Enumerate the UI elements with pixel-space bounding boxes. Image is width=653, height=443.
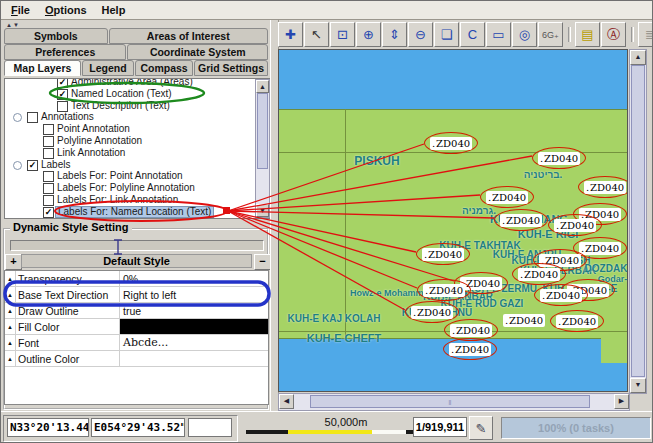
map-vertical-scrollbar[interactable]: ▲ ▼ [629,49,647,394]
layer-checkbox[interactable]: ✓ [57,78,68,88]
layer-checkbox[interactable]: ✓ [43,207,54,218]
tree-expander-icon[interactable] [13,161,22,170]
longitude-field[interactable]: E054°29'43.52" [91,418,185,437]
map-label-text: ZD040 [449,343,491,356]
style-property-row[interactable]: ▲Base Text DirectionRight to left [5,287,268,303]
scroll-up-icon[interactable]: ▲ [256,80,269,93]
style-property-row[interactable]: ▲FontAbcde... [5,335,268,351]
menu-help[interactable]: Help [96,3,135,18]
tab-grid-settings[interactable]: Grid Settings [194,60,268,76]
layer-tree-item[interactable]: Point Annotation [5,123,255,135]
layer-checkbox[interactable] [43,183,54,194]
tree-expander-icon[interactable] [13,113,22,122]
elevation-field[interactable] [188,418,232,437]
map-label: ZD040 [548,214,602,236]
zoom-in-button[interactable]: ⊕ [356,22,381,47]
search-attributes-button[interactable]: Ⓐ [601,22,626,47]
tab-row-3: Map LayersLegendCompassGrid Settings [4,60,269,76]
zoom-out-button[interactable]: ⊖ [408,22,433,47]
layer-tree-item[interactable]: ✓Administrative Area (Areas) [5,78,255,88]
layer-tree[interactable]: ✓Administrative Area (Areas)✓Named Locat… [4,78,271,219]
property-value[interactable]: Abcde... [120,335,268,350]
select-region-button[interactable]: ▭ [486,22,511,47]
map-label: ZD040 [405,301,459,323]
toolbar-separator [631,27,634,42]
map-viewport[interactable]: PISKUHבריטניה.גרמניה.KUH-E AHANGKUH-E RI… [278,49,628,392]
property-value[interactable]: true [120,303,268,318]
overview-window-button[interactable]: ❏ [434,22,459,47]
edit-scale-button[interactable]: ✎ [469,416,493,440]
tab-legend[interactable]: Legend [82,60,134,76]
map-label: ZD040 [512,263,566,285]
select-arrow-button[interactable]: ↖ [304,22,329,47]
tab-areas-of-interest[interactable]: Areas of Interest [109,28,268,44]
scroll-up-icon[interactable]: ▲ [630,50,646,65]
map-horizontal-scrollbar[interactable]: ◀ ‖ ▶ [278,393,630,411]
layer-tree-item[interactable]: Labels For: Polyline Annotation [5,182,255,194]
property-value[interactable]: Right to left [120,287,268,302]
layer-checkbox[interactable] [27,112,38,123]
layer-checkbox[interactable] [43,195,54,206]
tab-compass[interactable]: Compass [135,60,193,76]
style-property-table: ▲Transparency0%▲Base Text DirectionRight… [4,270,269,405]
property-name: Draw Outline [16,303,120,318]
scroll-down-icon[interactable]: ▼ [630,378,646,393]
scroll-down-icon[interactable]: ▼ [256,204,269,217]
style-slider[interactable] [10,240,264,251]
layer-label: Annotations [39,111,96,123]
layer-tree-item[interactable]: ✓Labels For: Named Location (Text) [5,206,255,218]
property-name: Fill Color [16,319,120,334]
tab-symbols[interactable]: Symbols [4,28,108,44]
scroll-left-icon[interactable]: ◀ [279,394,294,409]
zoom-scale-button[interactable]: ⇕ [382,22,407,47]
map-label-text: ZD040 [411,306,453,319]
tab-map-layers[interactable]: Map Layers [4,60,81,76]
layer-tree-item[interactable]: Link Annotation [5,147,255,159]
style-property-row[interactable]: ▲Fill Color [5,319,268,335]
layer-tree-item[interactable]: Labels For: Link Annotation [5,194,255,206]
map-label-text: ZD040 [430,137,472,150]
property-value[interactable] [120,351,268,366]
pan-button[interactable]: ✚ [278,22,303,47]
add-style-button[interactable]: + [5,254,22,270]
center-map-button[interactable]: ◎ [512,22,537,47]
style-property-row[interactable]: ▲Draw Outlinetrue [5,303,268,319]
map-label-text: ZD040 [423,284,465,297]
layer-tree-item[interactable]: Annotations [5,111,255,123]
property-name: Font [16,335,120,350]
layer-tree-item[interactable]: ✓Named Location (Text) [5,88,255,100]
tab-preferences[interactable]: Preferences [4,44,126,60]
layer-checkbox[interactable]: ✓ [57,89,68,100]
style-property-row[interactable]: ▲Outline Color [5,351,268,367]
layer-label: Labels For: Point Annotation [55,170,185,182]
refresh-button[interactable]: C [460,22,485,47]
scale-ratio-field[interactable]: 1/919,911 [413,417,467,437]
layer-tree-item[interactable]: Polyline Annotation [5,135,255,147]
remove-style-button[interactable]: − [254,254,271,270]
scroll-right-icon[interactable]: ▶ [614,394,629,409]
layer-tree-item[interactable]: Labels For: Point Annotation [5,170,255,182]
layer-checkbox[interactable] [43,171,54,182]
map-vscrollbar-thumb[interactable] [631,65,645,377]
measure-button[interactable]: ▤ [575,22,600,47]
property-value[interactable]: 0% [120,271,268,286]
zoom-window-button[interactable]: ⊡ [330,22,355,47]
property-value[interactable] [120,319,268,334]
map-label: ZD040 [550,310,604,332]
scrollbar-grip-icon: ‖ [446,399,454,407]
tab-coordinate-system[interactable]: Coordinate System [127,44,268,60]
layer-checkbox[interactable] [43,124,54,135]
style-property-row[interactable]: ▲Transparency0% [5,271,268,287]
latitude-field[interactable]: N33°20'13.44" [7,418,89,437]
tree-scrollbar-thumb[interactable] [257,93,268,169]
map-hscrollbar-thumb[interactable]: ‖ [310,395,590,408]
tree-scrollbar[interactable]: ▲ ▼ [255,79,270,218]
layer-checkbox[interactable] [43,136,54,147]
property-name: Transparency [16,271,120,286]
menu-file[interactable]: File [5,3,39,18]
map-label-text: ZD040 [450,324,492,337]
menu-options[interactable]: Options [39,3,96,18]
goto-location-button[interactable]: 6G₊ [538,22,563,47]
map-labels-layer: ZD040ZD040ZD040ZD040ZD040ZD040ZD040ZD040… [279,50,627,391]
layer-checkbox[interactable] [43,148,54,159]
